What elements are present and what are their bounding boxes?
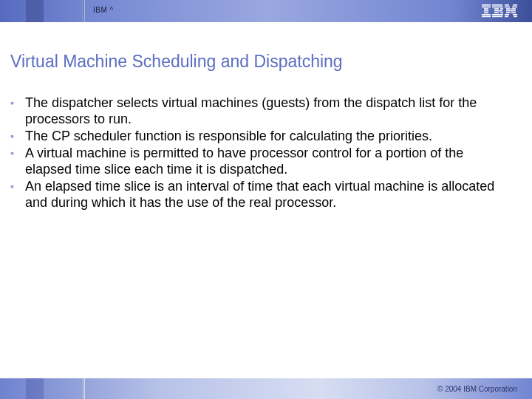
list-item: ▪ A virtual machine is permitted to have… bbox=[10, 145, 513, 177]
svg-rect-12 bbox=[494, 12, 499, 13]
svg-rect-16 bbox=[505, 4, 509, 6]
svg-rect-3 bbox=[484, 10, 488, 12]
bullet-icon: ▪ bbox=[10, 178, 25, 194]
svg-rect-6 bbox=[482, 16, 491, 18]
bullet-text: The dispatcher selects virtual machines … bbox=[25, 95, 513, 127]
svg-rect-20 bbox=[506, 8, 511, 10]
svg-rect-22 bbox=[506, 10, 516, 12]
svg-rect-26 bbox=[505, 14, 509, 16]
list-item: ▪ The dispatcher selects virtual machine… bbox=[10, 95, 513, 127]
svg-rect-18 bbox=[505, 7, 510, 8]
svg-rect-11 bbox=[494, 10, 502, 12]
svg-rect-8 bbox=[492, 7, 503, 8]
copyright-text: © 2004 IBM Corporation bbox=[437, 385, 517, 393]
bullet-text: A virtual machine is permitted to have p… bbox=[25, 145, 513, 177]
footer-divider-inner bbox=[83, 378, 84, 399]
page-title: Virtual Machine Scheduling and Dispatchi… bbox=[10, 52, 343, 72]
header-brand-text: IBM ^ bbox=[93, 6, 114, 14]
svg-rect-28 bbox=[505, 16, 508, 18]
bullet-text: An elapsed time slice is an interval of … bbox=[25, 178, 513, 211]
header-divider-inner bbox=[83, 0, 84, 22]
ibm-logo-icon bbox=[482, 4, 517, 21]
svg-rect-23 bbox=[506, 12, 510, 13]
svg-rect-19 bbox=[512, 7, 517, 8]
svg-rect-13 bbox=[500, 12, 503, 13]
svg-rect-27 bbox=[513, 14, 517, 16]
bullet-text: The CP scheduler function is responsible… bbox=[25, 128, 432, 144]
svg-rect-21 bbox=[511, 8, 516, 10]
bullet-icon: ▪ bbox=[10, 128, 25, 144]
header-bar bbox=[0, 0, 532, 22]
svg-rect-15 bbox=[492, 16, 502, 18]
svg-rect-4 bbox=[484, 12, 488, 13]
footer-decor-block bbox=[26, 378, 44, 399]
bullet-icon: ▪ bbox=[10, 95, 25, 111]
svg-rect-9 bbox=[494, 8, 499, 10]
header-decor-block bbox=[26, 0, 44, 22]
svg-rect-0 bbox=[482, 4, 491, 6]
svg-rect-10 bbox=[500, 8, 503, 10]
svg-rect-25 bbox=[512, 12, 516, 13]
list-item: ▪ An elapsed time slice is an interval o… bbox=[10, 178, 513, 211]
svg-rect-14 bbox=[492, 14, 503, 16]
bullet-list: ▪ The dispatcher selects virtual machine… bbox=[10, 95, 513, 211]
svg-rect-7 bbox=[492, 4, 502, 6]
svg-rect-2 bbox=[484, 8, 488, 10]
svg-rect-5 bbox=[482, 14, 491, 16]
bullet-icon: ▪ bbox=[10, 145, 25, 161]
svg-rect-1 bbox=[482, 7, 491, 8]
list-item: ▪ The CP scheduler function is responsib… bbox=[10, 128, 513, 144]
svg-rect-17 bbox=[513, 4, 517, 6]
slide: IBM ^ Virtual Machine S bbox=[0, 0, 532, 399]
svg-rect-24 bbox=[511, 12, 512, 13]
svg-rect-29 bbox=[514, 16, 517, 18]
